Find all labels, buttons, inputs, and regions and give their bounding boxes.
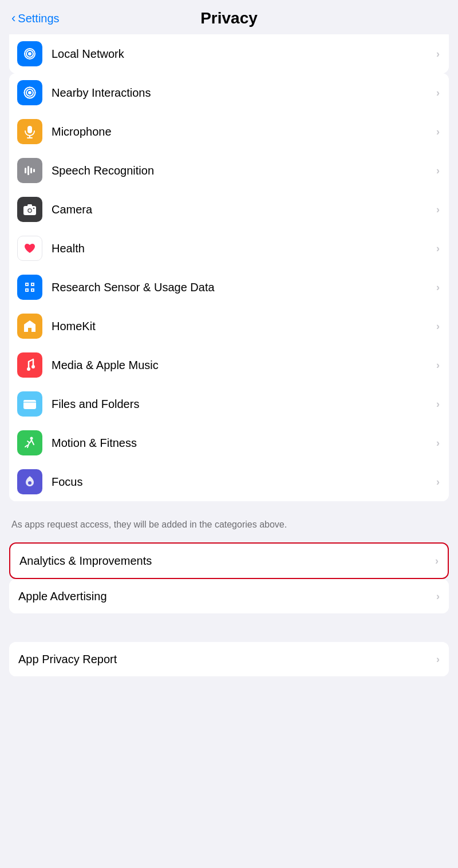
list-item-microphone[interactable]: Microphone › [9,112,449,151]
list-item-local-network[interactable]: Local Network › [9,34,449,73]
nearby-interactions-icon [17,80,42,105]
svg-rect-6 [27,166,29,175]
analytics-label: Analytics & Improvements [19,554,435,568]
local-network-icon [17,41,42,66]
camera-label: Camera [52,203,436,216]
speech-svg [22,163,37,178]
homekit-icon [17,314,42,339]
list-item-health[interactable]: Health › [9,229,449,268]
svg-point-15 [31,365,35,368]
analytics-section: Analytics & Improvements › [9,542,449,579]
homekit-svg [22,319,37,334]
nearby-interactions-chevron: › [436,87,440,99]
research-icon [17,275,42,300]
files-svg [22,397,37,411]
list-item-music[interactable]: Media & Apple Music › [9,346,449,385]
health-chevron: › [436,243,440,255]
nearby-interactions-label: Nearby Interactions [52,86,436,100]
files-icon [17,391,42,417]
svg-point-1 [28,91,31,94]
app-privacy-section: App Privacy Report › [9,642,449,676]
motion-label: Motion & Fitness [52,437,436,450]
svg-point-0 [28,52,31,56]
camera-icon [17,197,42,222]
spacer [0,625,458,642]
svg-point-13 [33,208,34,209]
svg-rect-12 [27,204,32,207]
music-chevron: › [436,359,440,371]
svg-rect-8 [33,169,35,172]
motion-svg [22,435,37,450]
analytics-chevron: › [435,555,439,567]
svg-rect-2 [27,126,32,133]
focus-svg [22,474,37,489]
focus-chevron: › [436,476,440,488]
speech-recognition-chevron: › [436,165,440,177]
back-label: Settings [18,12,59,25]
motion-chevron: › [436,437,440,449]
motion-icon [17,430,42,455]
nearby-svg [22,85,37,100]
list-item-analytics[interactable]: Analytics & Improvements › [10,544,448,578]
speech-recognition-label: Speech Recognition [52,164,436,177]
list-item-files[interactable]: Files and Folders › [9,385,449,423]
top-partial-section: Local Network › [9,34,449,73]
focus-icon [17,469,42,494]
research-svg [22,280,37,295]
music-svg [22,358,37,372]
files-label: Files and Folders [52,398,436,411]
advertising-chevron: › [436,590,440,603]
list-item-app-privacy-report[interactable]: App Privacy Report › [9,642,449,676]
microphone-label: Microphone [52,125,436,138]
homekit-label: HomeKit [52,320,436,333]
section-footer: As apps request access, they will be add… [0,513,458,542]
health-svg [22,241,37,256]
music-label: Media & Apple Music [52,359,436,372]
privacy-list-section: Nearby Interactions › Microphone › Speec… [9,73,449,501]
list-item-focus[interactable]: Focus › [9,462,449,501]
files-chevron: › [436,398,440,410]
local-network-chevron: › [436,48,440,60]
list-item-research[interactable]: Research Sensor & Usage Data › [9,268,449,307]
homekit-chevron: › [436,320,440,332]
speech-recognition-icon [17,158,42,183]
advertising-section: Apple Advertising › [9,579,449,613]
svg-rect-5 [25,168,26,173]
local-network-svg [22,46,37,61]
app-privacy-chevron: › [436,653,440,665]
footer-text: As apps request access, they will be add… [11,520,287,529]
research-label: Research Sensor & Usage Data [52,281,436,294]
list-item-homekit[interactable]: HomeKit › [9,307,449,346]
list-item-speech-recognition[interactable]: Speech Recognition › [9,151,449,190]
camera-chevron: › [436,204,440,216]
focus-label: Focus [52,475,436,489]
health-label: Health [52,242,436,255]
back-button[interactable]: ‹ Settings [11,11,60,26]
list-item-camera[interactable]: Camera › [9,190,449,229]
svg-rect-7 [30,168,32,173]
local-network-label: Local Network [52,47,436,61]
svg-point-18 [28,481,31,485]
microphone-chevron: › [436,126,440,138]
page-header: ‹ Settings Privacy [0,0,458,34]
music-icon [17,352,42,378]
app-privacy-label: App Privacy Report [18,653,436,666]
list-item-advertising[interactable]: Apple Advertising › [9,579,449,613]
svg-point-14 [27,367,30,371]
list-item-motion[interactable]: Motion & Fitness › [9,423,449,462]
list-item-nearby-interactions[interactable]: Nearby Interactions › [9,73,449,112]
health-icon [17,236,42,261]
advertising-label: Apple Advertising [18,590,436,603]
back-chevron-icon: ‹ [11,11,15,26]
microphone-icon [17,119,42,144]
svg-point-17 [30,437,33,440]
camera-svg [22,202,37,217]
research-chevron: › [436,282,440,294]
microphone-svg [22,124,37,139]
svg-point-11 [29,209,31,212]
page-title: Privacy [200,9,258,27]
